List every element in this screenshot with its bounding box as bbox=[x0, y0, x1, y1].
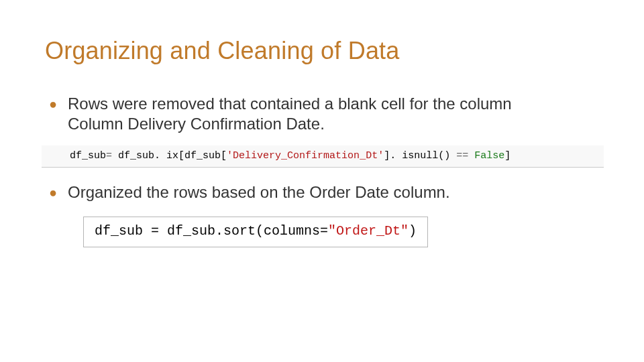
code-snippet-2: df_sub = df_sub.sort(columns="Order_Dt") bbox=[83, 217, 428, 247]
code-token: ] bbox=[384, 150, 390, 162]
code-token-bool: False bbox=[474, 150, 504, 162]
code-token-string: 'Delivery_Confirmation_Dt' bbox=[227, 150, 384, 162]
code-token bbox=[468, 150, 474, 162]
code-token-eq: = bbox=[106, 150, 112, 162]
code-token-eq: == bbox=[456, 150, 468, 162]
slide: Organizing and Cleaning of Data ● Rows w… bbox=[0, 0, 644, 362]
bullet-1: ● Rows were removed that contained a bla… bbox=[49, 94, 599, 138]
code-line: df_sub = df_sub.sort(columns="Order_Dt") bbox=[83, 217, 428, 247]
code-token: ] bbox=[504, 150, 511, 162]
bullet-icon: ● bbox=[49, 94, 61, 114]
bullet-1-line-2: Column Delivery Confirmation Date. bbox=[68, 114, 599, 134]
code-token: df_sub bbox=[112, 150, 154, 162]
code-token: ix[df_sub[ bbox=[160, 150, 227, 162]
slide-title: Organizing and Cleaning of Data bbox=[45, 37, 400, 65]
code-token: ) bbox=[409, 223, 417, 239]
code-token-dot: . bbox=[390, 150, 396, 162]
list-item: ● Rows were removed that contained a bla… bbox=[49, 94, 599, 134]
code-token-string: "Order_Dt" bbox=[328, 223, 409, 239]
bullet-text: Rows were removed that contained a blank… bbox=[61, 94, 599, 134]
code-snippet-1: df_sub= df_sub. ix[df_sub['Delivery_Conf… bbox=[42, 145, 604, 168]
code-token-dot: . bbox=[154, 150, 160, 162]
code-line: df_sub= df_sub. ix[df_sub['Delivery_Conf… bbox=[42, 145, 604, 168]
bullet-text: Organized the rows based on the Order Da… bbox=[61, 182, 599, 202]
bullet-icon: ● bbox=[49, 182, 61, 202]
code-token: isnull() bbox=[396, 150, 456, 162]
bullet-1-line-1: Rows were removed that contained a blank… bbox=[68, 95, 512, 113]
code-token: df_sub bbox=[70, 150, 106, 162]
code-token: df_sub = df_sub.sort(columns= bbox=[95, 223, 328, 239]
list-item: ● Organized the rows based on the Order … bbox=[49, 182, 599, 202]
bullet-2: ● Organized the rows based on the Order … bbox=[49, 182, 599, 206]
